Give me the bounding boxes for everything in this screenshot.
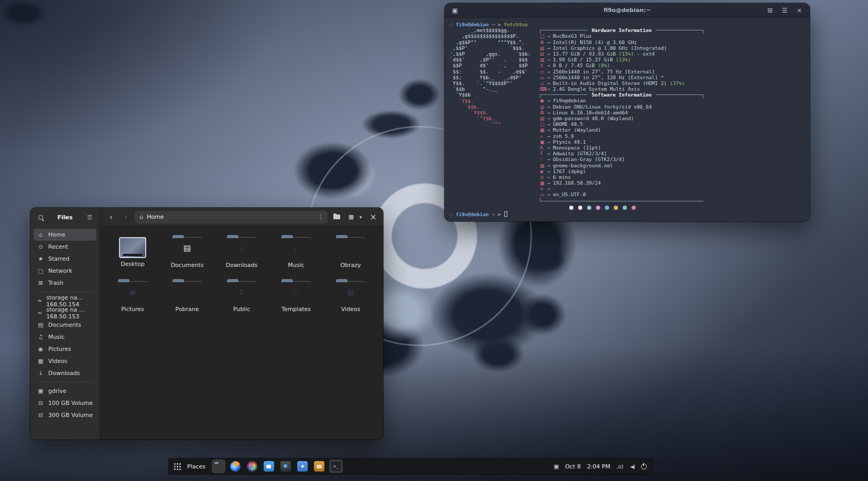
grid-item-label: Obrazy [340, 262, 361, 269]
palette-dot-5 [614, 206, 618, 210]
arrow-icon: → [547, 133, 553, 139]
arrow-icon: → [547, 139, 553, 145]
taskbar: Places ▣ Oct 8 2:04 PM ,o) ◄) [169, 458, 652, 474]
taskbar-app-camera[interactable] [279, 459, 292, 473]
files-window: Files ☰ ⌂Home⊙Recent★Starred▢Network⊠Tra… [30, 208, 383, 440]
clock-label[interactable]: 2:04 PM [587, 463, 610, 470]
folder-emblem: ↓ [227, 237, 256, 259]
forward-button[interactable]: › [120, 211, 132, 223]
taskbar-app-webcam[interactable] [245, 459, 259, 473]
sidebar-item-documents[interactable]: ▤Documents [34, 319, 96, 331]
grid-item-templates[interactable]: ◇Templates [269, 279, 323, 323]
new-folder-button[interactable] [331, 211, 342, 223]
fetch-row: ▢→NucBoxG3 Plus [540, 33, 703, 39]
folder-icon: ♪ [281, 237, 311, 259]
prompt-dir: ~ [492, 22, 497, 27]
kebab-menu-icon[interactable]: ⋮ [316, 213, 326, 220]
new-tab-icon[interactable]: ⊞ [765, 5, 775, 16]
fetch-value: fi9o@debian [553, 98, 586, 103]
grid-item-public[interactable]: ↕Public [214, 279, 269, 323]
fetch-value: 1767 (dpkg) [553, 168, 586, 174]
swap-icon: ↕ [540, 63, 547, 69]
path-bar[interactable]: ⌂ Home ⋮ [135, 211, 328, 223]
back-button[interactable]: ‹ [105, 211, 117, 223]
sidebar-item-downloads-icon: ↓ [37, 370, 44, 377]
palette-dot-4 [605, 206, 609, 210]
grid-item-label: Desktop [121, 261, 144, 268]
sidebar-item-trash[interactable]: ⊠Trash [34, 277, 96, 289]
grid-item-desktop[interactable]: Desktop [105, 235, 160, 279]
debian-ascii-logo: _,met$$$$$gg. ,g$$$$$$$$$$$$$$$P. ,g$$P"… [450, 27, 540, 203]
percent-value: (15%) [619, 51, 634, 57]
fetch-row: ▨→gnome-background.xml [540, 163, 703, 168]
terminal-profile-icon[interactable]: ▣ [450, 5, 460, 16]
taskbar-app-boxes[interactable] [312, 459, 326, 473]
terminal-titlebar[interactable]: ▣ fi9o@debian:~ ⊞ ☰ × [444, 3, 810, 18]
sidebar-item-network[interactable]: ▢Network [34, 265, 96, 277]
sidebar-separator [36, 382, 94, 382]
current-location: Home [147, 213, 164, 220]
fetch-value: Linux 6.16.10+deb14-amd64 [553, 110, 628, 115]
tray-indicator-icon[interactable]: ▣ [554, 463, 559, 470]
user-icon: ◉ [540, 98, 547, 104]
sidebar-item-videos[interactable]: ▦Videos [34, 355, 96, 367]
terminal-window: ▣ fi9o@debian:~ ⊞ ☰ × ○ fi9o@debian ~ > … [444, 3, 810, 221]
section-rule-line [656, 94, 703, 98]
new-folder-icon [333, 215, 340, 219]
hamburger-menu-button[interactable]: ☰ [84, 211, 95, 223]
sidebar-item-label: 300 GB Volume [48, 412, 93, 419]
search-button[interactable] [35, 211, 46, 223]
sidebar-item-storage-153[interactable]: ≈storage na …168.50.153 [34, 307, 96, 319]
files-icon [213, 461, 224, 472]
sidebar-item-videos-icon: ▦ [37, 358, 44, 365]
fetch-row: ⊙→6 mins [540, 174, 703, 180]
taskbar-app-files[interactable] [212, 459, 225, 473]
sidebar-item-100gb-volume[interactable]: ⊟100 GB Volume [34, 397, 96, 409]
taskbar-app-messaging[interactable] [262, 459, 276, 473]
volume-icon[interactable]: ◄) [630, 464, 635, 469]
grid-item-downloads[interactable]: ↓Downloads [214, 235, 269, 279]
grid-item-pictures[interactable]: ◉Pictures [105, 279, 160, 323]
places-menu[interactable]: Places [186, 463, 207, 470]
hamburger-icon: ☰ [87, 214, 92, 221]
sidebar-item-starred[interactable]: ★Starred [34, 253, 96, 265]
sidebar-item-gdrive[interactable]: ▣gdrive [34, 385, 96, 397]
sidebar-item-storage-154[interactable]: ≈storage na… 168.50.154 [34, 295, 96, 307]
close-window-button[interactable]: × [367, 211, 379, 223]
taskbar-app-pinwheel-app[interactable] [296, 459, 309, 473]
sidebar-item-pictures[interactable]: ◉Pictures [34, 343, 96, 355]
sidebar-item-downloads[interactable]: ↓Downloads [34, 367, 96, 379]
sidebar-item-300gb-volume[interactable]: ⊟300 GB Volume [34, 409, 96, 421]
view-options-chevron[interactable]: ▾ [357, 211, 364, 223]
date-label[interactable]: Oct 8 [565, 463, 581, 470]
power-icon[interactable] [641, 464, 647, 469]
applications-grid-icon[interactable] [174, 463, 181, 470]
terminal-body[interactable]: ○ fi9o@debian ~ > fetchtoo _,met$$$$$gg.… [444, 18, 810, 221]
grid-item-obrazy[interactable]: Obrazy [323, 235, 378, 279]
webcam-icon [247, 461, 257, 472]
arrow-icon: → [547, 33, 553, 39]
arrow-icon: → [547, 174, 553, 180]
sidebar-item-label: Videos [48, 358, 68, 365]
files-main: ‹ › ⌂ Home ⋮ ▦ ▾ × Desktop▤Documents↓Dow… [100, 208, 383, 440]
grid-item-music[interactable]: ♪Music [269, 235, 323, 279]
fetch-row: ▥→1.99 GiB / 15.37 GiB (13%) [540, 57, 703, 62]
taskbar-app-firefox[interactable] [229, 459, 242, 473]
fetch-value: 2.4G Dongle System Multi Axis [553, 86, 640, 92]
sidebar-item-music[interactable]: ♫Music [34, 331, 96, 343]
grid-item-pobrane[interactable]: Pobrane [160, 279, 214, 323]
sidebar-item-home[interactable]: ⌂Home [34, 229, 96, 241]
sidebar-item-label: gdrive [48, 388, 67, 394]
sidebar-item-storage-154-icon: ≈ [37, 297, 42, 304]
section-header: Software Information [540, 92, 703, 98]
grid-item-documents[interactable]: ▤Documents [160, 235, 214, 279]
grid-item-videos[interactable]: ▦Videos [323, 279, 378, 323]
menu-icon[interactable]: ☰ [779, 5, 790, 16]
close-icon[interactable]: × [794, 5, 805, 16]
sidebar-item-recent[interactable]: ⊙Recent [34, 241, 96, 253]
view-toggle-button[interactable]: ▦ [345, 211, 357, 223]
grid-item-label: Pobrane [176, 306, 199, 313]
folder-icon: ↕ [227, 281, 256, 303]
taskbar-app-terminal[interactable] [329, 459, 343, 473]
keyboard-layout-indicator[interactable]: ,o) [616, 464, 623, 469]
